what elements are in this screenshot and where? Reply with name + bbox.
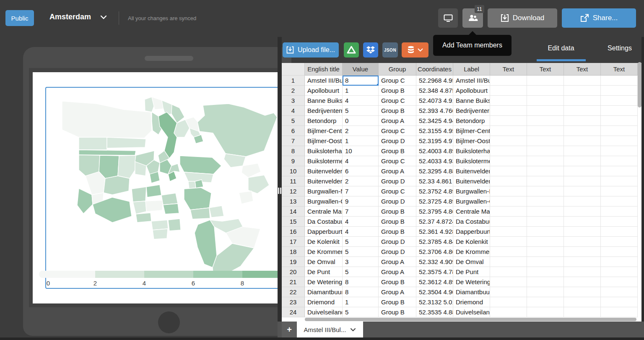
cell-label[interactable]: Buitenveldert [453, 166, 490, 176]
cell-label[interactable]: Banne Buiksl [453, 96, 490, 106]
cell-coordinates[interactable]: 52.3535 4.88 [416, 307, 453, 317]
cell-coordinates[interactable]: 52.361 4.928 [416, 227, 453, 237]
tab-settings[interactable]: Settings [599, 44, 641, 52]
cell-text[interactable] [564, 237, 601, 247]
cell-coordinates[interactable]: 52.4033 4.93 [416, 156, 453, 166]
cell-text[interactable] [490, 247, 527, 257]
cell-text[interactable] [490, 116, 527, 126]
cell-value[interactable]: 1 [343, 297, 379, 307]
cell-value[interactable]: 4 [343, 96, 379, 106]
row-number[interactable]: 21 [282, 277, 305, 287]
share-button[interactable]: Share... [562, 8, 636, 28]
cell-text[interactable] [490, 207, 527, 217]
public-status-button[interactable]: Public [5, 10, 34, 26]
cell-value[interactable]: 3 [343, 257, 379, 267]
cell-text[interactable] [601, 106, 638, 116]
cell-label[interactable]: De Weterings [453, 277, 490, 287]
cell-coordinates[interactable]: 52.3752 4.89 [416, 186, 453, 196]
row-number[interactable]: 5 [282, 116, 305, 126]
cell-text[interactable] [527, 307, 564, 317]
cell-value[interactable]: 2 [343, 126, 379, 136]
cell-text[interactable] [490, 186, 527, 196]
selection-fill-handle[interactable] [377, 84, 379, 86]
row-number[interactable]: 12 [282, 186, 305, 196]
add-sheet-button[interactable]: + [282, 322, 297, 337]
cell-group[interactable]: Group B [379, 146, 416, 156]
cell-group[interactable]: Group A [379, 257, 416, 267]
cell-text[interactable] [601, 86, 638, 96]
cell-text[interactable] [527, 126, 564, 136]
cell-coordinates[interactable]: 52.332 4.909 [416, 257, 453, 267]
cell-text[interactable] [490, 136, 527, 146]
cell-text[interactable] [601, 207, 638, 217]
cell-value[interactable]: 4 [343, 156, 379, 166]
cell-text[interactable] [601, 76, 638, 86]
row-number[interactable]: 3 [282, 96, 305, 106]
cell-coordinates[interactable]: 52.33 4.861 [416, 176, 453, 186]
cell-text[interactable] [601, 297, 638, 307]
cell-text[interactable] [490, 267, 527, 277]
cell-value[interactable]: 4 [343, 227, 379, 237]
row-number[interactable]: 19 [282, 257, 305, 267]
cell-text[interactable] [564, 257, 601, 267]
cell-english-title[interactable]: Buitenveldert [305, 166, 343, 176]
cell-text[interactable] [490, 126, 527, 136]
cell-text[interactable] [527, 116, 564, 126]
row-number[interactable]: 24 [282, 307, 305, 317]
cell-value[interactable]: 1 [343, 136, 379, 146]
cell-coordinates[interactable]: 52.3155 4.95 [416, 126, 453, 136]
cell-text[interactable] [527, 267, 564, 277]
selected-cell[interactable]: 8 [343, 76, 379, 86]
preview-mode-button[interactable] [438, 8, 458, 28]
cell-english-title[interactable]: De Omval [305, 257, 343, 267]
cell-label[interactable]: Duivelseiland [453, 307, 490, 317]
cell-coordinates[interactable]: 52.3295 4.88 [416, 166, 453, 176]
cell-label[interactable]: Apollobuurt [453, 86, 490, 96]
cell-english-title[interactable]: Buiksloterhar [305, 146, 343, 156]
cell-coordinates[interactable]: 52.348 4.875 [416, 86, 453, 96]
cell-coordinates[interactable]: 52.3785 4.84 [416, 237, 453, 247]
cell-text[interactable] [564, 176, 601, 186]
cell-text[interactable] [490, 156, 527, 166]
cell-label[interactable]: Bedrijventerre [453, 106, 490, 116]
cell-text[interactable] [601, 126, 638, 136]
cell-text[interactable] [490, 166, 527, 176]
cell-text[interactable] [564, 277, 601, 287]
cell-text[interactable] [527, 287, 564, 297]
row-number[interactable]: 17 [282, 237, 305, 247]
cell-coordinates[interactable]: 52.4073 4.91 [416, 96, 453, 106]
cell-english-title[interactable]: De Weterings [305, 277, 343, 287]
cell-text[interactable] [490, 146, 527, 156]
cell-english-title[interactable]: Dapperbuurt [305, 227, 343, 237]
cell-value[interactable]: 5 [343, 237, 379, 247]
cell-label[interactable]: Buiksloterhar [453, 146, 490, 156]
cell-group[interactable]: Group C [379, 96, 416, 106]
cell-value[interactable]: 5 [343, 247, 379, 257]
column-header[interactable]: Text [564, 63, 601, 76]
cell-value[interactable]: 1 [343, 86, 379, 96]
tab-edit-data[interactable]: Edit data [536, 44, 586, 52]
cell-coordinates[interactable]: 52.3725 4.89 [416, 196, 453, 207]
cell-text[interactable] [527, 96, 564, 106]
cell-text[interactable] [490, 277, 527, 287]
cell-text[interactable] [527, 237, 564, 247]
cell-coordinates[interactable]: 52.3425 4.94 [416, 116, 453, 126]
cell-value[interactable]: 10 [343, 146, 379, 156]
row-number[interactable]: 16 [282, 227, 305, 237]
cell-text[interactable] [601, 166, 638, 176]
row-number[interactable]: 22 [282, 287, 305, 297]
json-import-button[interactable]: JSON [382, 42, 398, 58]
corner-cell[interactable] [282, 63, 305, 76]
cell-label[interactable]: Centrale Mar [453, 207, 490, 217]
row-number[interactable]: 8 [282, 146, 305, 156]
cell-label[interactable]: Dapperbuurt [453, 227, 490, 237]
row-number[interactable]: 2 [282, 86, 305, 96]
cell-text[interactable] [527, 217, 564, 227]
cell-english-title[interactable]: De Kolenkit [305, 237, 343, 247]
cell-text[interactable] [564, 207, 601, 217]
cell-group[interactable]: Group C [379, 126, 416, 136]
cell-group[interactable]: Group D [379, 247, 416, 257]
vertical-scrollbar-thumb[interactable] [638, 62, 641, 107]
cell-text[interactable] [564, 186, 601, 196]
row-number[interactable]: 20 [282, 267, 305, 277]
